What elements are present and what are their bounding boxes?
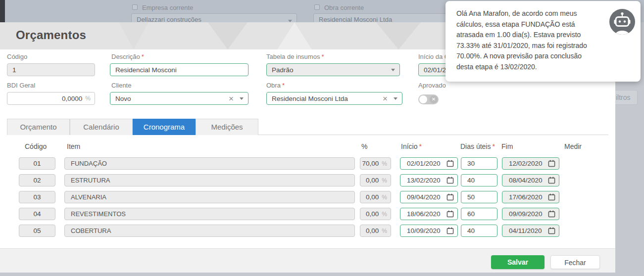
row-fim-field: 09/09/2020 bbox=[502, 208, 559, 220]
row-percent-field: 0,00% bbox=[360, 225, 391, 237]
row-codigo-field: 03 bbox=[19, 191, 55, 203]
bdi-geral-input[interactable]: 0,0000 % bbox=[7, 92, 95, 105]
percent-suffix: % bbox=[85, 95, 91, 102]
row-fim-field: 04/11/2020 bbox=[502, 225, 559, 237]
close-button[interactable]: Fechar bbox=[550, 255, 600, 269]
calendar-icon bbox=[548, 210, 555, 218]
col-header-item: Item bbox=[67, 142, 80, 150]
calendar-icon bbox=[548, 177, 555, 184]
project-select[interactable]: Residencial Mosconi Ltda bbox=[313, 13, 451, 22]
header-decor-shape bbox=[208, 22, 248, 49]
percent-suffix: % bbox=[382, 160, 387, 167]
calendar-icon[interactable] bbox=[446, 193, 454, 201]
obra-label: Obra* bbox=[266, 82, 285, 89]
tab-orcamento[interactable]: Orçamento bbox=[7, 119, 70, 135]
row-percent-field: 0,00% bbox=[360, 208, 391, 220]
row-percent-field: 0,00% bbox=[360, 191, 391, 203]
row-item-field: FUNDAÇÃO bbox=[64, 157, 355, 170]
row-fim-field: 08/04/2020 bbox=[502, 174, 559, 186]
row-percent-field: 70,00% bbox=[360, 157, 391, 170]
company-select-value: Dellazzari construções bbox=[137, 16, 201, 22]
calendar-icon[interactable] bbox=[446, 210, 454, 218]
chevron-down-icon[interactable] bbox=[240, 97, 244, 100]
header-decor-shape bbox=[119, 22, 149, 49]
filtros-button-partial[interactable]: iltros bbox=[615, 90, 638, 105]
chevron-down-icon bbox=[391, 69, 395, 71]
assistant-message: Olá Ana Marafon, de acordo com meus cálc… bbox=[456, 8, 591, 72]
row-dias-input[interactable]: 40 bbox=[461, 225, 497, 237]
row-item-field: REVESTIMENTOS bbox=[64, 208, 355, 220]
row-inicio-input[interactable]: 10/09/2020 bbox=[400, 225, 458, 237]
required-mark: * bbox=[419, 142, 421, 150]
row-dias-input[interactable]: 30 bbox=[461, 157, 497, 170]
codigo-field: 1 bbox=[7, 63, 95, 76]
save-button[interactable]: Salvar bbox=[491, 255, 545, 269]
col-header-percent: % bbox=[361, 142, 367, 150]
calendar-icon[interactable] bbox=[446, 160, 454, 167]
calendar-icon bbox=[548, 227, 555, 234]
calendar-icon bbox=[548, 193, 555, 201]
page-title: Orçamentos bbox=[16, 28, 86, 42]
tab-calendario[interactable]: Calendário bbox=[70, 119, 133, 135]
obra-select[interactable]: Residencial Mosconi Ltda × bbox=[266, 92, 402, 105]
row-item-field: ALVENARIA bbox=[64, 191, 355, 203]
descricao-value: Residencial Mosconi bbox=[115, 66, 177, 74]
row-inicio-input[interactable]: 13/02/2020 bbox=[400, 174, 458, 186]
assistant-popup[interactable]: Olá Ana Marafon, de acordo com meus cálc… bbox=[446, 1, 641, 82]
tab-cronograma[interactable]: Cronograma bbox=[133, 119, 196, 135]
company-selector-label: Empresa corrente bbox=[142, 4, 193, 11]
tab-medicoes[interactable]: Medições bbox=[196, 119, 258, 135]
tabela-insumos-select[interactable]: Padrão bbox=[266, 63, 400, 76]
toggle-knob bbox=[419, 95, 427, 103]
cliente-value: Novo bbox=[115, 95, 131, 102]
cliente-select[interactable]: Novo × bbox=[110, 92, 248, 105]
header-decor-shape bbox=[376, 22, 421, 49]
row-inicio-input[interactable]: 02/01/2020 bbox=[400, 157, 458, 170]
col-header-inicio: Início* bbox=[401, 142, 422, 150]
codigo-label: Código bbox=[7, 53, 27, 60]
tabela-insumos-label: Tabela de insumos* bbox=[266, 53, 324, 60]
chevron-down-icon[interactable] bbox=[394, 97, 397, 100]
percent-suffix: % bbox=[382, 211, 387, 218]
row-dias-input[interactable]: 40 bbox=[461, 174, 497, 186]
background-sidebar-edge bbox=[0, 0, 5, 22]
app-root: Empresa corrente Dellazzari construções … bbox=[0, 0, 644, 276]
col-header-dias-uteis: Dias úteis* bbox=[460, 142, 495, 150]
modal-footer: Salvar Fechar bbox=[0, 248, 615, 273]
required-mark: * bbox=[321, 53, 324, 60]
percent-suffix: % bbox=[382, 177, 387, 184]
cliente-label: Cliente bbox=[111, 82, 131, 89]
row-inicio-input[interactable]: 09/04/2020 bbox=[400, 191, 458, 203]
descricao-label: Descrição* bbox=[111, 53, 144, 60]
background-bottom-strip bbox=[0, 273, 644, 276]
row-inicio-input[interactable]: 18/06/2020 bbox=[400, 208, 458, 220]
percent-suffix: % bbox=[382, 228, 387, 234]
header-decor-shape bbox=[277, 22, 312, 49]
percent-suffix: % bbox=[382, 194, 387, 201]
row-dias-input[interactable]: 60 bbox=[461, 208, 497, 220]
project-selector-label: Obra corrente bbox=[324, 4, 364, 11]
calendar-icon[interactable] bbox=[446, 227, 454, 234]
col-header-fim: Fim bbox=[501, 142, 513, 150]
clear-icon[interactable]: × bbox=[229, 94, 234, 103]
col-header-codigo: Código bbox=[25, 142, 47, 150]
company-select[interactable]: Dellazzari construções bbox=[131, 13, 297, 22]
tab-bar: Orçamento Calendário Cronograma Medições bbox=[7, 119, 608, 135]
row-codigo-field: 02 bbox=[19, 174, 55, 186]
descricao-input[interactable]: Residencial Mosconi bbox=[110, 63, 248, 76]
obra-value: Residencial Mosconi Ltda bbox=[272, 95, 348, 102]
row-item-field: ESTRUTURA bbox=[64, 174, 355, 186]
calendar-icon[interactable] bbox=[446, 177, 454, 184]
col-header-medir: Medir bbox=[564, 142, 582, 150]
tabela-insumos-value: Padrão bbox=[272, 66, 294, 74]
toggle-x-icon: ✕ bbox=[430, 95, 438, 103]
project-selector-group: Obra corrente Residencial Mosconi Ltda bbox=[313, 0, 451, 22]
project-select-value: Residencial Mosconi Ltda bbox=[319, 16, 392, 22]
row-dias-input[interactable]: 50 bbox=[461, 191, 497, 203]
codigo-value: 1 bbox=[12, 66, 16, 74]
project-icon bbox=[314, 4, 320, 10]
company-selector-group: Empresa corrente Dellazzari construções bbox=[131, 0, 297, 22]
clear-icon[interactable]: × bbox=[383, 94, 388, 103]
row-codigo-field: 04 bbox=[19, 208, 55, 220]
aprovado-toggle[interactable]: ✕ bbox=[418, 94, 439, 104]
